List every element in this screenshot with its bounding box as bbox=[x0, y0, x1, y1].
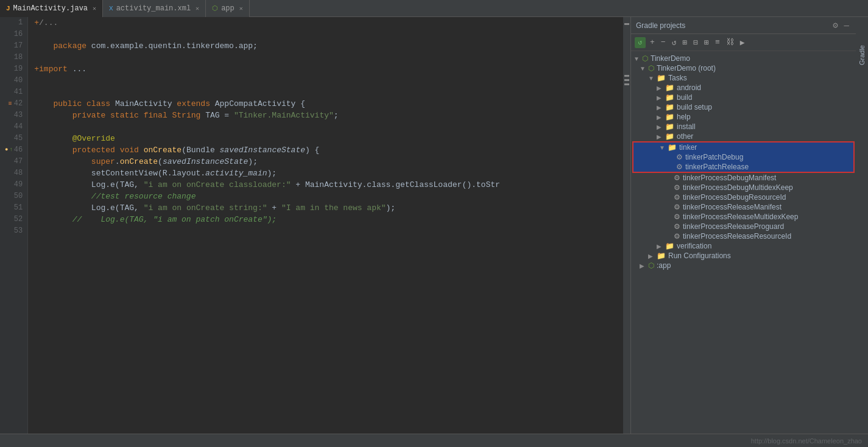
arrow-tdmk bbox=[665, 185, 674, 191]
folder-icon-install: 📁 bbox=[665, 122, 674, 131]
tree-label-trri: tinkerProcessReleaseResourceId bbox=[683, 232, 791, 241]
arrow-tdm bbox=[665, 175, 674, 181]
tree-item-tinkerProcessReleaseResourceId[interactable]: ⚙ tinkerProcessReleaseResourceId bbox=[631, 231, 856, 241]
gradle-toolbar: ⚙ — bbox=[831, 19, 851, 31]
gradle-header: Gradle projects ⚙ — bbox=[631, 17, 856, 34]
tree-item-tinkerPatchDebug[interactable]: ⚙ tinkerPatchDebug bbox=[633, 152, 853, 162]
folder-icon-run-config: 📁 bbox=[657, 252, 666, 260]
code-line-17: package com.example.quentin.tinkerdemo.a… bbox=[34, 40, 617, 52]
sync-icon: ↺ bbox=[638, 38, 643, 46]
gear-icon-patchRelease: ⚙ bbox=[676, 163, 683, 171]
tree-item-install[interactable]: ▶ 📁 install bbox=[631, 122, 856, 132]
tree-label-build-setup: build setup bbox=[677, 103, 712, 111]
code-line-44 bbox=[34, 121, 617, 133]
view-options-btn[interactable]: ⊞ bbox=[702, 37, 711, 48]
code-line-18 bbox=[34, 52, 617, 63]
gradle-icon-app: ⬡ bbox=[648, 261, 654, 270]
arrow-tinkerdemo-root: ▼ bbox=[640, 65, 648, 72]
tab-close-main-activity[interactable]: ✕ bbox=[93, 5, 96, 12]
gear-icon-tdmk: ⚙ bbox=[674, 183, 680, 192]
settings-gear-icon[interactable]: ⚙ bbox=[831, 19, 839, 31]
link-btn[interactable]: ⛓ bbox=[724, 37, 736, 48]
gradle-action-bar: ↺ + − ↺ ⊞ ⊟ ⊞ ≡ ⛓ ▶ bbox=[631, 34, 856, 51]
scroll-mark-4 bbox=[624, 83, 629, 85]
tree-label-tinkerPatchDebug: tinkerPatchDebug bbox=[685, 153, 743, 161]
tree-label-tinkerdemo: TinkerDemo bbox=[651, 54, 690, 63]
tree-label-run-config: Run Configurations bbox=[668, 252, 731, 260]
tree-item-tinkerPatchRelease[interactable]: ⚙ tinkerPatchRelease bbox=[633, 162, 853, 172]
bottom-bar: http://blog.csdn.net/Chameleon_zhao bbox=[0, 434, 868, 447]
code-line-47: super.onCreate(savedInstanceState); bbox=[34, 156, 617, 167]
folder-icon-build-setup: 📁 bbox=[665, 103, 674, 111]
arrow-android: ▶ bbox=[657, 85, 665, 91]
arrow-tinkerdemo: ▼ bbox=[633, 55, 642, 62]
scroll-mark-2 bbox=[624, 75, 629, 77]
tree-item-tinkerProcessDebugResourceId[interactable]: ⚙ tinkerProcessDebugResourceId bbox=[631, 192, 856, 202]
tree-label-tdri: tinkerProcessDebugResourceId bbox=[683, 193, 786, 202]
tree-item-android[interactable]: ▶ 📁 android bbox=[631, 83, 856, 93]
expand-all-btn[interactable]: ⊞ bbox=[680, 37, 689, 48]
tree-item-build-setup[interactable]: ▶ 📁 build setup bbox=[631, 102, 856, 112]
add-action-btn[interactable]: + bbox=[648, 37, 657, 48]
gear-icon-trp: ⚙ bbox=[674, 222, 680, 231]
sync-indicator: ↺ bbox=[635, 37, 646, 48]
gear-icon-tdri: ⚙ bbox=[674, 193, 680, 202]
folder-icon-tinker: 📁 bbox=[668, 143, 677, 152]
tab-close-xml[interactable]: ✕ bbox=[196, 5, 199, 12]
tree-item-tinkerProcessReleaseMultidexKeep[interactable]: ⚙ tinkerProcessReleaseMultidexKeep bbox=[631, 212, 856, 222]
collapse-all-btn[interactable]: ⊟ bbox=[691, 37, 700, 48]
arrow-build: ▶ bbox=[657, 94, 665, 101]
gradle-side-strip: Gradle bbox=[856, 17, 868, 434]
tree-item-build[interactable]: ▶ 📁 build bbox=[631, 93, 856, 102]
tree-item-tinkerProcessDebugMultidexKeep[interactable]: ⚙ tinkerProcessDebugMultidexKeep bbox=[631, 183, 856, 192]
group-btn[interactable]: ≡ bbox=[713, 37, 722, 48]
arrow-trri bbox=[665, 233, 674, 240]
tree-item-help[interactable]: ▶ 📁 help bbox=[631, 112, 856, 122]
code-line-16 bbox=[34, 29, 617, 40]
tab-close-app[interactable]: ✕ bbox=[239, 5, 243, 12]
java-icon: J bbox=[6, 5, 10, 12]
tree-item-tinkerdemo-root[interactable]: ▼ ⬡ TinkerDemo (root) bbox=[631, 63, 856, 73]
run-gradle-btn[interactable]: ▶ bbox=[738, 37, 747, 48]
code-line-41 bbox=[34, 86, 617, 98]
folder-icon-verification: 📁 bbox=[665, 242, 674, 250]
tree-item-tinkerProcessReleaseManifest[interactable]: ⚙ tinkerProcessReleaseManifest bbox=[631, 202, 856, 212]
gradle-vertical-tab[interactable]: Gradle bbox=[857, 41, 867, 72]
tree-item-verification[interactable]: ▶ 📁 verification bbox=[631, 241, 856, 251]
tree-label-tinker: tinker bbox=[679, 143, 697, 152]
tree-label-install: install bbox=[677, 122, 696, 131]
refresh-action-btn[interactable]: ↺ bbox=[670, 37, 679, 48]
arrow-build-setup: ▶ bbox=[657, 104, 665, 111]
code-line-19: +import ... bbox=[34, 63, 617, 75]
xml-icon: X bbox=[109, 5, 113, 12]
tab-bar: J MainActivity.java ✕ X activity_main.xm… bbox=[0, 0, 868, 17]
tree-item-tinker[interactable]: ▼ 📁 tinker bbox=[633, 143, 853, 152]
arrow-run-config: ▶ bbox=[648, 253, 657, 259]
tree-label-tasks: Tasks bbox=[668, 74, 687, 82]
arrow-trm bbox=[665, 204, 674, 211]
tree-item-tinkerProcessDebugManifest[interactable]: ⚙ tinkerProcessDebugManifest bbox=[631, 173, 856, 183]
tab-main-activity[interactable]: J MainActivity.java ✕ bbox=[0, 0, 103, 17]
tree-item-app[interactable]: ▶ ⬡ :app bbox=[631, 261, 856, 270]
gear-icon-tdm: ⚙ bbox=[674, 174, 680, 182]
folder-icon-help: 📁 bbox=[665, 113, 674, 121]
tree-label-trmk: tinkerProcessReleaseMultidexKeep bbox=[683, 213, 798, 221]
tree-item-tinkerdemo[interactable]: ▼ ⬡ TinkerDemo bbox=[631, 54, 856, 63]
folder-icon-build: 📁 bbox=[665, 93, 674, 102]
hide-panel-icon[interactable]: — bbox=[842, 20, 851, 31]
tree-item-run-configurations[interactable]: ▶ 📁 Run Configurations bbox=[631, 251, 856, 261]
tree-item-tasks[interactable]: ▼ 📁 Tasks bbox=[631, 73, 856, 83]
gradle-vertical-label: Gradle bbox=[857, 41, 867, 69]
gear-icon-trm: ⚙ bbox=[674, 203, 680, 211]
gradle-tree: ▼ ⬡ TinkerDemo ▼ ⬡ TinkerDemo (root) ▼ 📁… bbox=[631, 51, 856, 434]
tree-item-other[interactable]: ▶ 📁 other bbox=[631, 132, 856, 141]
tree-label-trm: tinkerProcessReleaseManifest bbox=[683, 203, 782, 211]
tab-app[interactable]: ⬡ app ✕ bbox=[206, 0, 250, 17]
arrow-tinkerPatchDebug bbox=[668, 154, 676, 161]
tab-activity-xml[interactable]: X activity_main.xml ✕ bbox=[103, 0, 206, 17]
tree-label-app: :app bbox=[657, 261, 671, 270]
minus-action-btn[interactable]: − bbox=[659, 37, 668, 48]
code-editor: 1 16 17 18 19 40 41 ≡42 43 44 45 ●↑46 47… bbox=[0, 17, 630, 434]
tree-item-tinkerProcessReleaseProguard[interactable]: ⚙ tinkerProcessReleaseProguard bbox=[631, 222, 856, 231]
folder-icon-android: 📁 bbox=[665, 83, 674, 92]
